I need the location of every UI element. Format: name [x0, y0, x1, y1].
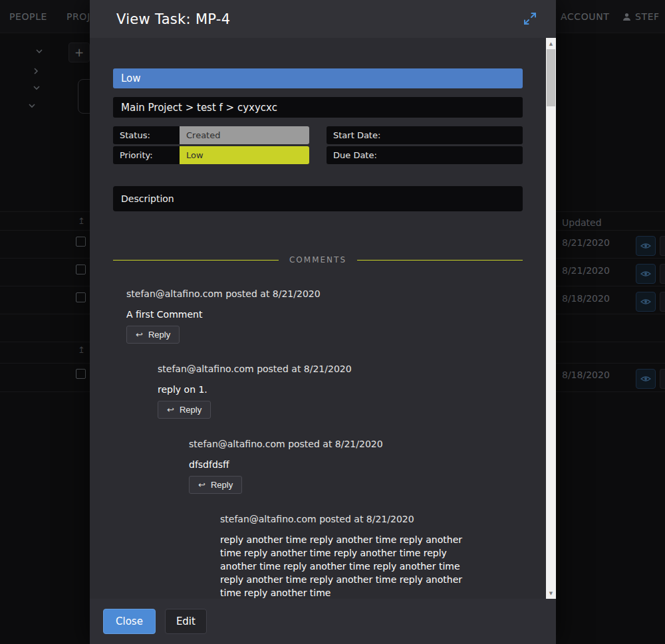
- comment-meta: stefan@altafino.com posted at 8/21/2020: [158, 364, 523, 374]
- comment-meta: stefan@altafino.com posted at 8/21/2020: [189, 439, 523, 449]
- reply-label: Reply: [211, 480, 233, 490]
- reply-label: Reply: [148, 330, 170, 340]
- breadcrumb: Main Project > test f > cyxycxc: [113, 97, 523, 118]
- comments-divider: COMMENTS: [113, 255, 523, 265]
- reply-label: Reply: [180, 405, 201, 415]
- close-button[interactable]: Close: [103, 609, 156, 634]
- start-date-field: Start Date:: [327, 126, 523, 144]
- reply-button[interactable]: ↩ Reply: [158, 401, 211, 419]
- modal-title: View Task: MP-4: [116, 11, 230, 27]
- priority-label: Priority:: [113, 146, 180, 164]
- comment-body: reply another time reply another time re…: [220, 533, 481, 599]
- reply-icon: ↩: [136, 330, 143, 339]
- status-label: Status:: [113, 126, 180, 144]
- divider-line: [113, 260, 279, 261]
- comment-body: reply on 1.: [158, 383, 418, 396]
- comment: stefan@altafino.com posted at 8/21/2020 …: [158, 364, 523, 419]
- status-field: Status: Created: [113, 126, 309, 144]
- comment: stefan@altafino.com posted at 8/21/2020 …: [189, 439, 523, 494]
- comment: stefan@altafino.com posted at 8/21/2020 …: [220, 514, 523, 599]
- reply-icon: ↩: [198, 481, 205, 489]
- scroll-down-icon[interactable]: ▼: [546, 588, 556, 598]
- comment-body: A first Comment: [126, 308, 387, 321]
- scroll-up-icon[interactable]: ▲: [546, 39, 556, 49]
- modal-header: View Task: MP-4: [90, 0, 556, 38]
- view-task-modal: View Task: MP-4 Low Main Project > test …: [90, 0, 556, 644]
- status-value: Created: [180, 126, 309, 144]
- reply-button[interactable]: ↩ Reply: [189, 476, 242, 494]
- reply-button[interactable]: ↩ Reply: [126, 326, 180, 344]
- task-fields: Status: Created Start Date: Priority: Lo…: [113, 126, 523, 164]
- modal-footer: Close Edit: [90, 599, 556, 644]
- comment-meta: stefan@altafino.com posted at 8/21/2020: [220, 514, 523, 524]
- modal-body: Low Main Project > test f > cyxycxc Stat…: [90, 38, 556, 599]
- comments-title: COMMENTS: [289, 255, 346, 265]
- description-label: Description: [113, 186, 523, 211]
- comment-meta: stefan@altafino.com posted at 8/21/2020: [126, 288, 523, 299]
- priority-field: Priority: Low: [113, 146, 309, 164]
- page: PEOPLE PROJ ACCOUNT STEF +: [0, 0, 665, 644]
- divider-line: [357, 260, 523, 261]
- expand-icon[interactable]: [521, 10, 539, 27]
- scrollbar-thumb[interactable]: [547, 49, 555, 106]
- priority-value: Low: [180, 146, 309, 164]
- comment: stefan@altafino.com posted at 8/21/2020 …: [126, 288, 523, 344]
- comment-body: dfsdfdsff: [189, 458, 450, 471]
- edit-button[interactable]: Edit: [165, 609, 207, 634]
- modal-scrollbar[interactable]: ▲ ▼: [546, 38, 556, 599]
- reply-icon: ↩: [167, 405, 174, 414]
- priority-banner: Low: [113, 68, 523, 88]
- due-date-field: Due Date:: [327, 146, 523, 164]
